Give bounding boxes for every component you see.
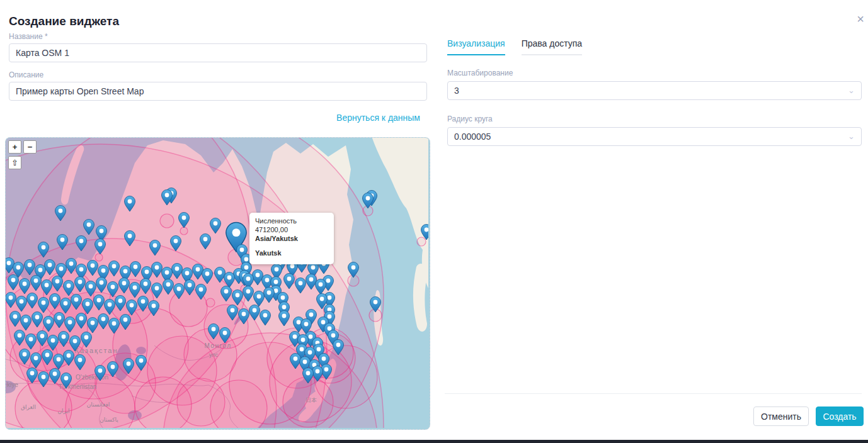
scaling-value: 3 bbox=[454, 86, 459, 96]
svg-text:улс: улс bbox=[209, 352, 219, 358]
close-button[interactable]: × bbox=[852, 10, 868, 28]
map-zoom-out-button[interactable]: − bbox=[23, 140, 37, 154]
description-input[interactable] bbox=[9, 82, 427, 101]
tab-access-rights[interactable]: Права доступа bbox=[522, 38, 582, 55]
chevron-down-icon: ⌄ bbox=[848, 128, 855, 145]
circle-radius-label: Радиус круга bbox=[447, 115, 493, 123]
scaling-select[interactable]: 3 ⌄ bbox=[447, 81, 862, 100]
scaling-label: Масштабирование bbox=[447, 69, 513, 77]
svg-text:پاکستان: پاکستان bbox=[100, 417, 118, 423]
svg-text:kiye: kiye bbox=[7, 381, 18, 388]
svg-text:ایران: ایران bbox=[57, 408, 69, 414]
name-input[interactable] bbox=[9, 43, 427, 62]
tooltip-population: Численность 471200,00 bbox=[255, 217, 328, 235]
osm-map-svg[interactable]: ҚазақстанO'zbekistonTürkmenistanМонголул… bbox=[6, 138, 428, 428]
close-icon: × bbox=[857, 12, 864, 26]
cancel-button[interactable]: Отменить bbox=[753, 407, 809, 426]
map-tooltip: Численность 471200,00 Asia/Yakutsk Yakut… bbox=[249, 213, 334, 264]
description-label: Описание bbox=[9, 70, 43, 79]
chevron-down-icon: ⌄ bbox=[848, 82, 855, 99]
tab-visualization[interactable]: Визуализация bbox=[447, 38, 505, 55]
modal-title: Создание виджета bbox=[9, 14, 119, 28]
bottom-edge-bar bbox=[0, 440, 868, 443]
create-button[interactable]: Создать bbox=[816, 407, 864, 426]
svg-text:العراق: العراق bbox=[21, 404, 36, 410]
map-container: ҚазақстанO'zbekistonTürkmenistanМонголул… bbox=[5, 137, 430, 430]
map-fullscreen-button[interactable]: ⇧ bbox=[8, 156, 21, 169]
name-label: Название * bbox=[9, 32, 48, 41]
circle-radius-select[interactable]: 0.000005 ⌄ bbox=[447, 127, 862, 146]
circle-radius-value: 0.000005 bbox=[454, 132, 491, 142]
back-to-data-link[interactable]: Вернуться к данным bbox=[9, 113, 420, 123]
tab-bar: Визуализация Права доступа bbox=[447, 38, 582, 55]
map-zoom-in-button[interactable]: + bbox=[8, 140, 21, 154]
svg-text:افغانستان: افغانستان bbox=[87, 401, 110, 408]
tooltip-city: Yakutsk bbox=[255, 249, 328, 258]
create-widget-modal: Создание виджета × Название * Описание В… bbox=[0, 0, 868, 443]
footer-divider bbox=[445, 393, 862, 394]
svg-text:Қазақстан: Қазақстан bbox=[75, 347, 118, 354]
svg-text:日本: 日本 bbox=[306, 397, 317, 403]
tooltip-timezone: Asia/Yakutsk bbox=[255, 235, 328, 244]
svg-text:Монгол: Монгол bbox=[204, 342, 231, 349]
